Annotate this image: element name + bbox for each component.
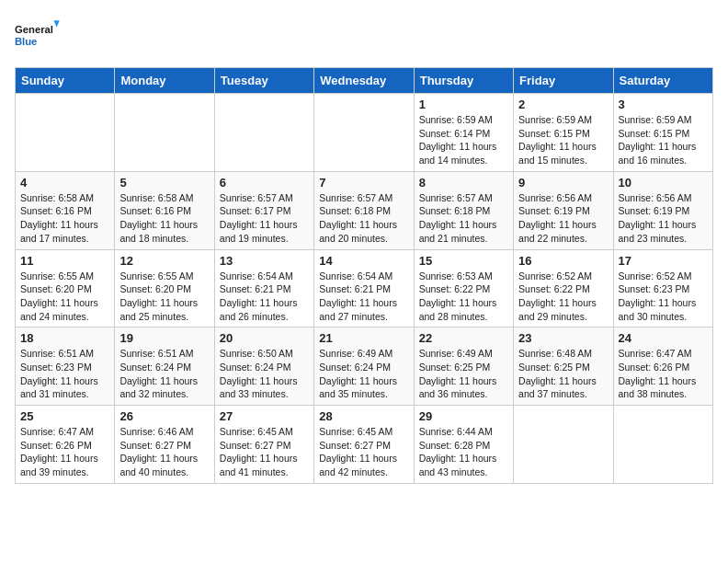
calendar-cell: 7Sunrise: 6:57 AMSunset: 6:18 PMDaylight… <box>314 171 414 249</box>
day-info: Sunrise: 6:53 AMSunset: 6:22 PMDaylight:… <box>419 270 508 324</box>
day-info: Sunrise: 6:45 AMSunset: 6:27 PMDaylight:… <box>319 425 408 479</box>
calendar-cell: 24Sunrise: 6:47 AMSunset: 6:26 PMDayligh… <box>613 327 712 406</box>
day-info: Sunrise: 6:58 AMSunset: 6:16 PMDaylight:… <box>119 191 209 246</box>
week-row-5: 25Sunrise: 6:47 AMSunset: 6:26 PMDayligh… <box>16 406 713 484</box>
day-info: Sunrise: 6:54 AMSunset: 6:21 PMDaylight:… <box>319 270 408 324</box>
calendar-cell: 14Sunrise: 6:54 AMSunset: 6:21 PMDayligh… <box>314 249 414 327</box>
day-number: 12 <box>119 254 209 268</box>
day-number: 19 <box>119 331 209 345</box>
calendar-cell <box>613 406 712 484</box>
day-number: 18 <box>20 331 109 345</box>
day-number: 25 <box>20 409 109 423</box>
day-info: Sunrise: 6:55 AMSunset: 6:20 PMDaylight:… <box>119 270 209 324</box>
calendar-cell <box>514 406 613 484</box>
day-number: 4 <box>20 176 109 190</box>
calendar-cell: 17Sunrise: 6:52 AMSunset: 6:23 PMDayligh… <box>613 249 712 327</box>
calendar-cell: 21Sunrise: 6:49 AMSunset: 6:24 PMDayligh… <box>314 327 414 406</box>
day-number: 10 <box>619 176 708 190</box>
week-row-4: 18Sunrise: 6:51 AMSunset: 6:23 PMDayligh… <box>16 327 713 406</box>
day-header-wednesday: Wednesday <box>314 68 414 94</box>
day-number: 22 <box>419 331 508 345</box>
calendar-cell: 25Sunrise: 6:47 AMSunset: 6:26 PMDayligh… <box>16 406 115 484</box>
calendar-cell <box>115 94 214 172</box>
day-header-friday: Friday <box>514 68 613 94</box>
day-header-thursday: Thursday <box>414 68 513 94</box>
day-number: 14 <box>319 254 408 268</box>
svg-marker-1 <box>54 20 60 28</box>
day-number: 21 <box>319 331 408 345</box>
day-info: Sunrise: 6:46 AMSunset: 6:27 PMDaylight:… <box>119 425 209 479</box>
day-info: Sunrise: 6:58 AMSunset: 6:16 PMDaylight:… <box>20 191 109 246</box>
calendar-cell: 23Sunrise: 6:48 AMSunset: 6:25 PMDayligh… <box>514 327 613 406</box>
logo-svg: General Blue <box>15 15 61 56</box>
day-number: 15 <box>419 254 508 268</box>
calendar-cell: 9Sunrise: 6:56 AMSunset: 6:19 PMDaylight… <box>514 171 613 249</box>
day-info: Sunrise: 6:48 AMSunset: 6:25 PMDaylight:… <box>518 347 608 401</box>
calendar-cell: 26Sunrise: 6:46 AMSunset: 6:27 PMDayligh… <box>115 406 214 484</box>
week-row-1: 1Sunrise: 6:59 AMSunset: 6:14 PMDaylight… <box>16 94 713 172</box>
day-info: Sunrise: 6:52 AMSunset: 6:23 PMDaylight:… <box>619 270 708 324</box>
calendar-cell: 29Sunrise: 6:44 AMSunset: 6:28 PMDayligh… <box>414 406 513 484</box>
day-info: Sunrise: 6:52 AMSunset: 6:22 PMDaylight:… <box>518 270 608 324</box>
calendar-cell: 11Sunrise: 6:55 AMSunset: 6:20 PMDayligh… <box>16 249 115 327</box>
day-header-monday: Monday <box>115 68 214 94</box>
calendar-cell: 28Sunrise: 6:45 AMSunset: 6:27 PMDayligh… <box>314 406 414 484</box>
day-info: Sunrise: 6:49 AMSunset: 6:24 PMDaylight:… <box>319 347 408 401</box>
day-info: Sunrise: 6:59 AMSunset: 6:15 PMDaylight:… <box>619 113 708 167</box>
calendar-cell <box>314 94 414 172</box>
calendar-cell: 16Sunrise: 6:52 AMSunset: 6:22 PMDayligh… <box>514 249 613 327</box>
day-header-saturday: Saturday <box>613 68 712 94</box>
day-number: 27 <box>220 409 309 423</box>
day-info: Sunrise: 6:54 AMSunset: 6:21 PMDaylight:… <box>220 270 309 324</box>
day-info: Sunrise: 6:57 AMSunset: 6:17 PMDaylight:… <box>220 191 309 246</box>
logo: General Blue <box>15 15 61 56</box>
day-number: 3 <box>619 98 708 111</box>
calendar-cell: 19Sunrise: 6:51 AMSunset: 6:24 PMDayligh… <box>115 327 214 406</box>
day-number: 9 <box>518 176 608 190</box>
calendar-cell: 18Sunrise: 6:51 AMSunset: 6:23 PMDayligh… <box>16 327 115 406</box>
svg-text:General: General <box>15 24 53 35</box>
day-number: 7 <box>319 176 408 190</box>
day-info: Sunrise: 6:57 AMSunset: 6:18 PMDaylight:… <box>419 191 508 246</box>
page-header: General Blue <box>15 15 713 56</box>
calendar-cell: 22Sunrise: 6:49 AMSunset: 6:25 PMDayligh… <box>414 327 513 406</box>
day-info: Sunrise: 6:51 AMSunset: 6:24 PMDaylight:… <box>119 347 209 401</box>
calendar-table: SundayMondayTuesdayWednesdayThursdayFrid… <box>15 67 713 484</box>
day-info: Sunrise: 6:56 AMSunset: 6:19 PMDaylight:… <box>619 191 708 246</box>
day-number: 17 <box>619 254 708 268</box>
day-info: Sunrise: 6:55 AMSunset: 6:20 PMDaylight:… <box>20 270 109 324</box>
calendar-cell: 27Sunrise: 6:45 AMSunset: 6:27 PMDayligh… <box>214 406 313 484</box>
day-info: Sunrise: 6:56 AMSunset: 6:19 PMDaylight:… <box>518 191 608 246</box>
day-number: 23 <box>518 331 608 345</box>
day-info: Sunrise: 6:47 AMSunset: 6:26 PMDaylight:… <box>20 425 109 479</box>
day-info: Sunrise: 6:57 AMSunset: 6:18 PMDaylight:… <box>319 191 408 246</box>
day-number: 2 <box>518 98 608 111</box>
calendar-cell: 4Sunrise: 6:58 AMSunset: 6:16 PMDaylight… <box>16 171 115 249</box>
day-info: Sunrise: 6:59 AMSunset: 6:14 PMDaylight:… <box>419 113 508 167</box>
day-number: 29 <box>419 409 508 423</box>
day-number: 16 <box>518 254 608 268</box>
calendar-cell: 2Sunrise: 6:59 AMSunset: 6:15 PMDaylight… <box>514 94 613 172</box>
calendar-cell: 10Sunrise: 6:56 AMSunset: 6:19 PMDayligh… <box>613 171 712 249</box>
calendar-cell: 15Sunrise: 6:53 AMSunset: 6:22 PMDayligh… <box>414 249 513 327</box>
day-number: 8 <box>419 176 508 190</box>
calendar-cell: 12Sunrise: 6:55 AMSunset: 6:20 PMDayligh… <box>115 249 214 327</box>
day-info: Sunrise: 6:47 AMSunset: 6:26 PMDaylight:… <box>619 347 708 401</box>
day-number: 28 <box>319 409 408 423</box>
calendar-cell: 13Sunrise: 6:54 AMSunset: 6:21 PMDayligh… <box>214 249 313 327</box>
week-row-2: 4Sunrise: 6:58 AMSunset: 6:16 PMDaylight… <box>16 171 713 249</box>
day-header-tuesday: Tuesday <box>214 68 313 94</box>
calendar-cell: 5Sunrise: 6:58 AMSunset: 6:16 PMDaylight… <box>115 171 214 249</box>
day-number: 6 <box>220 176 309 190</box>
calendar-cell: 20Sunrise: 6:50 AMSunset: 6:24 PMDayligh… <box>214 327 313 406</box>
day-number: 11 <box>20 254 109 268</box>
calendar-cell <box>16 94 115 172</box>
calendar-cell: 1Sunrise: 6:59 AMSunset: 6:14 PMDaylight… <box>414 94 513 172</box>
calendar-body: 1Sunrise: 6:59 AMSunset: 6:14 PMDaylight… <box>16 94 713 484</box>
calendar-cell: 6Sunrise: 6:57 AMSunset: 6:17 PMDaylight… <box>214 171 313 249</box>
day-header-row: SundayMondayTuesdayWednesdayThursdayFrid… <box>16 68 713 94</box>
day-info: Sunrise: 6:49 AMSunset: 6:25 PMDaylight:… <box>419 347 508 401</box>
day-info: Sunrise: 6:44 AMSunset: 6:28 PMDaylight:… <box>419 425 508 479</box>
svg-text:Blue: Blue <box>15 36 37 47</box>
day-number: 24 <box>619 331 708 345</box>
